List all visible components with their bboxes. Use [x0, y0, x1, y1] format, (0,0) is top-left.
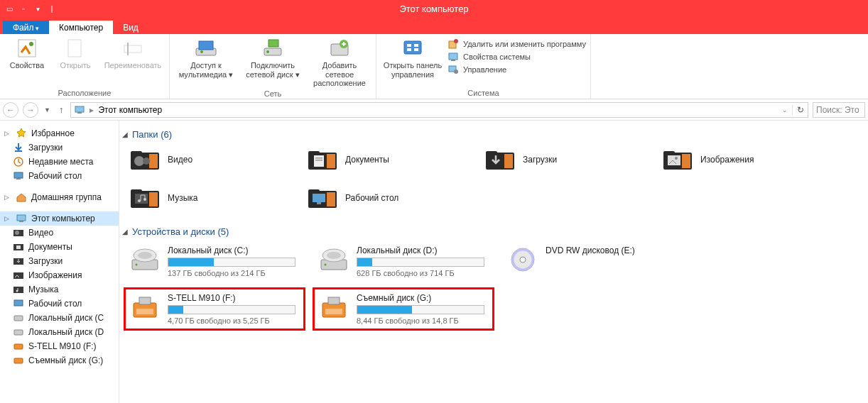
sidebar-item-downloads2[interactable]: Загрузки: [0, 254, 119, 268]
folder-item[interactable]: Документы: [303, 144, 470, 175]
ribbon-tabs: Файл Компьютер Вид: [0, 17, 868, 34]
drive-item[interactable]: Локальный диск (C:)137 ГБ свободно из 21…: [125, 241, 304, 282]
add-network-location-button[interactable]: Добавить сетевоерасположение: [308, 35, 371, 88]
sidebar-item-disk-c[interactable]: Локальный диск (C: [0, 311, 119, 325]
svg-rect-30: [17, 215, 26, 221]
hdd-icon: [13, 312, 24, 324]
svg-rect-29: [16, 178, 21, 180]
drive-free-text: 137 ГБ свободно из 214 ГБ: [168, 269, 300, 277]
desktop-folder-icon: [13, 298, 24, 309]
svg-point-68: [138, 199, 141, 202]
drive-item[interactable]: Съемный диск (G:)8,44 ГБ свободно из 14,…: [314, 289, 493, 329]
sidebar-item-documents[interactable]: Документы: [0, 240, 119, 254]
svg-rect-38: [13, 287, 23, 293]
qat-icon-1[interactable]: ▭: [3, 2, 16, 15]
svg-rect-46: [131, 151, 142, 155]
media-access-button[interactable]: Доступ кмультимедиа ▾: [174, 35, 238, 79]
svg-point-85: [520, 257, 526, 263]
recent-icon: [13, 156, 24, 167]
properties-icon: [16, 37, 38, 60]
svg-point-39: [16, 290, 18, 292]
svg-rect-57: [486, 151, 497, 155]
svg-rect-13: [404, 41, 421, 54]
computer-icon: [74, 104, 85, 116]
folder-item[interactable]: Изображения: [658, 144, 825, 175]
svg-rect-74: [317, 202, 321, 204]
svg-rect-55: [315, 160, 322, 161]
qat-divider: |: [45, 2, 58, 15]
tab-file[interactable]: Файл: [3, 21, 49, 34]
sidebar-item-disk-f[interactable]: S-TELL M910 (F:): [0, 339, 119, 353]
folder-item[interactable]: Видео: [125, 144, 293, 175]
drives-grid: Локальный диск (C:)137 ГБ свободно из 21…: [122, 241, 865, 329]
refresh-button[interactable]: ↻: [792, 105, 805, 115]
svg-rect-9: [268, 40, 278, 47]
sidebar-item-recent[interactable]: Недавние места: [0, 155, 119, 169]
up-button[interactable]: ↑: [56, 104, 67, 115]
address-bar[interactable]: ▸ Этот компьютер ⌄ ↻: [70, 102, 808, 118]
star-icon: [16, 128, 27, 139]
control-panel-button[interactable]: Открыть панельуправления: [381, 35, 445, 79]
sidebar-homegroup-header[interactable]: ▷ Домашняя группа: [0, 190, 119, 204]
folder-item[interactable]: Музыка: [125, 182, 293, 214]
add-location-icon: [328, 37, 351, 60]
search-box[interactable]: Поиск: Это: [813, 102, 865, 118]
sidebar-item-disk-d[interactable]: Локальный диск (D: [0, 325, 119, 339]
system-properties-icon: [447, 51, 459, 62]
collapse-icon: ◢: [122, 131, 128, 138]
folder-name: Изображения: [700, 155, 754, 165]
navigation-pane: ▷ Избранное Загрузки Недавние места Рабо…: [0, 121, 119, 403]
map-drive-button[interactable]: Подключитьсетевой диск ▾: [241, 35, 305, 79]
sidebar-item-desktop2[interactable]: Рабочий стол: [0, 297, 119, 311]
back-button[interactable]: ←: [3, 102, 18, 118]
svg-rect-3: [124, 45, 141, 53]
folder-item[interactable]: Загрузки: [480, 144, 648, 175]
svg-rect-6: [199, 41, 213, 50]
navigation-bar: ← → ▼ ↑ ▸ Этот компьютер ⌄ ↻ Поиск: Это: [0, 99, 868, 121]
tab-view[interactable]: Вид: [113, 21, 148, 34]
drive-item[interactable]: Локальный диск (D:)628 ГБ свободно из 71…: [314, 241, 493, 282]
svg-rect-88: [136, 309, 153, 314]
sidebar-item-videos[interactable]: Видео: [0, 226, 119, 240]
svg-rect-20: [449, 53, 457, 60]
devices-section-header[interactable]: ◢ Устройства и диски (5): [122, 223, 865, 241]
drive-item[interactable]: S-TELL M910 (F:)4,70 ГБ свободно из 5,25…: [125, 289, 304, 329]
rename-button[interactable]: Переименовать: [101, 35, 165, 70]
sidebar-favorites-header[interactable]: ▷ Избранное: [0, 126, 119, 140]
media-icon: [195, 37, 217, 60]
tab-computer[interactable]: Компьютер: [49, 21, 113, 34]
svg-point-10: [266, 50, 269, 53]
svg-rect-53: [314, 155, 324, 167]
qat-icon-2[interactable]: ▫: [17, 2, 30, 15]
svg-point-23: [454, 70, 458, 74]
sidebar-item-desktop[interactable]: Рабочий стол: [0, 169, 119, 183]
svg-rect-65: [131, 189, 142, 194]
window-title: Этот компьютер: [399, 4, 468, 14]
ribbon: Свойства Открыть Переименовать Расположе…: [0, 34, 868, 99]
svg-rect-14: [407, 44, 411, 47]
uninstall-program-button[interactable]: Удалить или изменить программу: [447, 38, 586, 50]
sidebar-item-disk-g[interactable]: Съемный диск (G:): [0, 353, 119, 368]
sidebar-computer-header[interactable]: ▷ Этот компьютер: [0, 211, 119, 226]
manage-button[interactable]: Управление: [447, 64, 586, 75]
forward-button[interactable]: →: [23, 102, 38, 118]
open-button[interactable]: Открыть: [53, 35, 98, 70]
folders-section-header[interactable]: ◢ Папки (6): [122, 126, 865, 144]
qat-icon-3[interactable]: ▾: [31, 2, 44, 15]
sidebar-item-music[interactable]: Музыка: [0, 282, 119, 297]
documents-folder-icon: [13, 241, 24, 253]
history-dropdown[interactable]: ▼: [43, 106, 52, 114]
svg-point-78: [136, 264, 138, 266]
address-dropdown-icon[interactable]: ⌄: [782, 106, 788, 114]
sidebar-item-downloads[interactable]: Загрузки: [0, 140, 119, 155]
uninstall-icon: [447, 38, 459, 50]
sidebar-item-pictures[interactable]: Изображения: [0, 268, 119, 282]
desktop-icon: [13, 170, 24, 182]
folder-item[interactable]: Рабочий стол: [303, 182, 470, 214]
homegroup-icon: [16, 192, 27, 203]
properties-button[interactable]: Свойства: [4, 35, 50, 70]
system-properties-button[interactable]: Свойства системы: [447, 51, 586, 62]
ribbon-group-system: Открыть панельуправления Удалить или изм…: [376, 34, 591, 99]
drive-name: S-TELL M910 (F:): [168, 293, 300, 303]
drive-item[interactable]: DVD RW дисковод (E:): [503, 241, 682, 282]
